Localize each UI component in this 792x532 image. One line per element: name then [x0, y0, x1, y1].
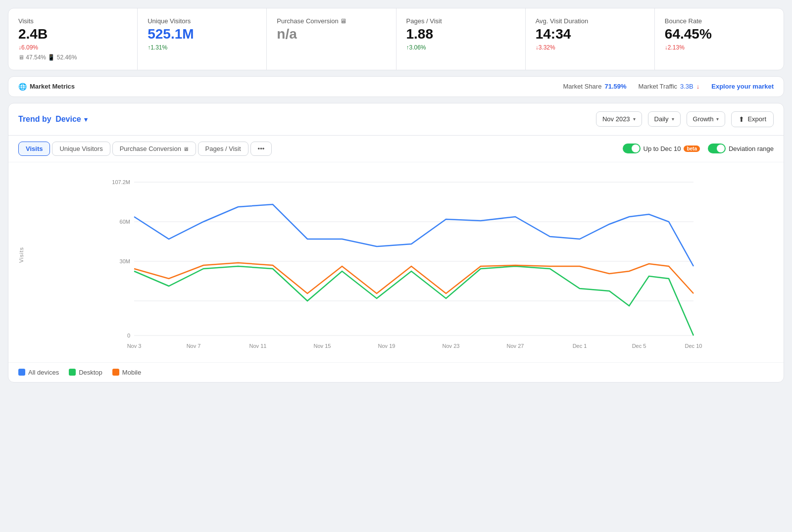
market-share-stat: Market Share 71.59% — [563, 83, 626, 90]
monitor-icon: 🖥 — [183, 146, 189, 152]
metric-change-visits: ↓6.09% — [18, 44, 127, 51]
metric-devices-visits: 🖥 47.54% 📱 52.46% — [18, 54, 127, 61]
svg-text:107.2M: 107.2M — [112, 179, 130, 185]
toggle-upto-item: Up to Dec 10 beta — [623, 144, 700, 153]
metric-value-pages-visit: 1.88 — [406, 27, 515, 42]
metric-item-unique-visitors: Unique Visitors 525.1M ↑1.31% — [138, 8, 267, 70]
metric-value-visits: 2.4B — [18, 27, 127, 42]
metric-item-bounce-rate: Bounce Rate 64.45% ↓2.13% — [655, 8, 784, 70]
metric-label-pages-visit: Pages / Visit — [406, 17, 515, 25]
tab-pages-visit[interactable]: Pages / Visit — [198, 142, 248, 156]
metric-filter-button[interactable]: Growth ▾ — [687, 111, 726, 127]
device-chevron-icon: ▾ — [84, 116, 88, 123]
chart-area: Visits 107.2M 60M 30M 0 — [8, 162, 784, 362]
chart-svg: 107.2M 60M 30M 0 Nov 3 Nov 7 Nov 11 Nov … — [29, 167, 774, 355]
chart-with-yaxis: Visits 107.2M 60M 30M 0 — [13, 167, 774, 357]
metric-change-pages-visit: ↑3.06% — [406, 44, 515, 51]
legend-item-desktop[interactable]: Desktop — [69, 369, 102, 376]
svg-text:Dec 5: Dec 5 — [632, 343, 646, 349]
date-chevron-icon: ▾ — [633, 116, 636, 122]
legend-dot-orange — [112, 369, 119, 376]
tab-unique-visitors[interactable]: Unique Visitors — [52, 142, 110, 156]
metric-label-purchase-conversion: Purchase Conversion 🖥 — [277, 17, 386, 25]
chart-title: Trend by Device ▾ — [18, 115, 590, 124]
metric-label-avg-visit-duration: Avg. Visit Duration — [536, 17, 644, 25]
toggle-upto-switch[interactable] — [623, 144, 641, 153]
legend-label: Desktop — [79, 369, 102, 376]
date-filter-button[interactable]: Nov 2023 ▾ — [596, 111, 642, 127]
svg-text:Nov 11: Nov 11 — [249, 343, 267, 349]
toggle-group: Up to Dec 10 beta Deviation range — [623, 144, 774, 153]
legend-dot-blue — [18, 369, 25, 376]
metric-value-unique-visitors: 525.1M — [148, 27, 256, 42]
svg-text:Nov 23: Nov 23 — [443, 343, 460, 349]
metric-item-avg-visit-duration: Avg. Visit Duration 14:34 ↓3.32% — [526, 8, 655, 70]
svg-text:30M: 30M — [120, 258, 130, 264]
metric-value-avg-visit-duration: 14:34 — [536, 27, 644, 42]
legend-label: Mobile — [122, 369, 141, 376]
traffic-down-arrow: ↓ — [696, 83, 700, 90]
legend-item-mobile[interactable]: Mobile — [112, 369, 141, 376]
market-metrics-label: 🌐 Market Metrics — [18, 83, 75, 91]
chart-header: Trend by Device ▾ Nov 2023 ▾ Daily ▾ Gro… — [8, 103, 784, 136]
metric-item-purchase-conversion: Purchase Conversion 🖥 n/a — [267, 8, 396, 70]
metric-change-avg-visit-duration: ↓3.32% — [536, 44, 644, 51]
market-metrics-card: 🌐 Market Metrics Market Share 71.59% Mar… — [8, 76, 784, 97]
metric-item-pages-visit: Pages / Visit 1.88 ↑3.06% — [396, 8, 526, 70]
chart-svg-container: 107.2M 60M 30M 0 Nov 3 Nov 7 Nov 11 Nov … — [29, 167, 774, 357]
tab-more[interactable]: ••• — [250, 142, 272, 156]
export-button[interactable]: ⬆ Export — [731, 111, 774, 127]
globe-icon: 🌐 — [18, 83, 27, 91]
market-traffic-stat: Market Traffic 3.3B ↓ — [639, 83, 700, 90]
chart-tab-row: Visits Unique Visitors Purchase Conversi… — [8, 136, 784, 162]
toggle-deviation-item: Deviation range — [708, 144, 774, 153]
svg-text:Nov 3: Nov 3 — [127, 343, 142, 349]
interval-filter-button[interactable]: Daily ▾ — [648, 111, 681, 127]
beta-badge: beta — [684, 145, 700, 152]
tab-visits[interactable]: Visits — [18, 142, 50, 156]
svg-text:60M: 60M — [120, 219, 130, 225]
export-icon: ⬆ — [739, 115, 744, 123]
svg-text:0: 0 — [127, 333, 130, 339]
metric-change-bounce-rate: ↓2.13% — [665, 44, 774, 51]
legend-dot-green — [69, 369, 76, 376]
tab-purchase-conversion[interactable]: Purchase Conversion 🖥 — [112, 142, 196, 156]
metric-value-bounce-rate: 64.45% — [665, 27, 774, 42]
svg-text:Nov 19: Nov 19 — [378, 343, 396, 349]
y-axis-label: Visits — [18, 247, 24, 263]
metric-chevron-icon: ▾ — [716, 116, 719, 122]
legend-label: All devices — [28, 369, 59, 376]
metrics-card: Visits 2.4B ↓6.09% 🖥 47.54% 📱 52.46% Uni… — [8, 8, 784, 70]
metric-value-purchase-conversion: n/a — [277, 27, 386, 42]
svg-text:Dec 1: Dec 1 — [573, 343, 587, 349]
toggle-deviation-switch[interactable] — [708, 144, 726, 153]
svg-text:Nov 27: Nov 27 — [507, 343, 524, 349]
metric-label-visits: Visits — [18, 17, 127, 25]
y-axis-container: Visits — [13, 167, 29, 357]
chart-title-highlight: Device — [55, 115, 81, 123]
metric-change-unique-visitors: ↑1.31% — [148, 44, 256, 51]
metrics-row: Visits 2.4B ↓6.09% 🖥 47.54% 📱 52.46% Uni… — [8, 8, 784, 70]
svg-text:Nov 7: Nov 7 — [187, 343, 201, 349]
legend-item-all-devices[interactable]: All devices — [18, 369, 59, 376]
metric-label-bounce-rate: Bounce Rate — [665, 17, 774, 25]
explore-market-link[interactable]: Explore your market — [711, 83, 774, 90]
metric-label-unique-visitors: Unique Visitors — [148, 17, 256, 25]
svg-text:Nov 15: Nov 15 — [314, 343, 331, 349]
chart-legend: All devices Desktop Mobile — [8, 362, 784, 382]
market-bar: 🌐 Market Metrics Market Share 71.59% Mar… — [8, 77, 784, 97]
metric-item-visits: Visits 2.4B ↓6.09% 🖥 47.54% 📱 52.46% — [8, 8, 138, 70]
chart-card: Trend by Device ▾ Nov 2023 ▾ Daily ▾ Gro… — [8, 103, 784, 383]
svg-text:Dec 10: Dec 10 — [685, 343, 702, 349]
interval-chevron-icon: ▾ — [672, 116, 674, 122]
